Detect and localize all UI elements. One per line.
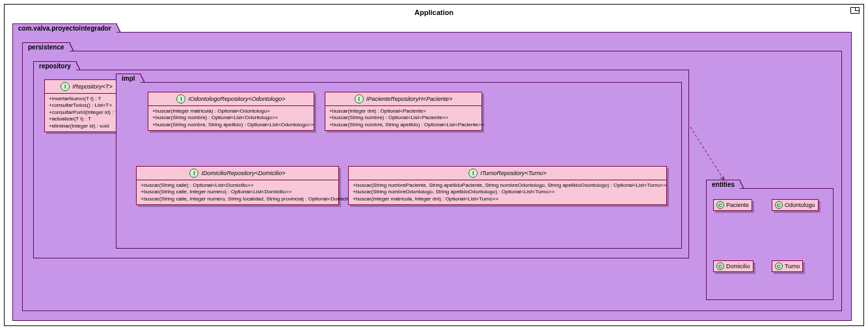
- package-root-label: com.valva.proyectointegrador: [12, 23, 117, 33]
- class-paciente: C Paciente: [713, 199, 752, 211]
- interface-icon: I: [468, 169, 478, 178]
- diagram-frame: Application com.valva.proyectointegrador…: [4, 4, 864, 326]
- interface-irepository-name: IRepository<T>: [72, 83, 113, 90]
- class-name: Odontologo: [785, 202, 815, 208]
- interface-body: +buscar(Integer matricula) : Optional<Od…: [148, 106, 314, 130]
- method: +buscar(String nombre, String apellido) …: [329, 122, 478, 128]
- method: +buscar(String nombrePaciente, String ap…: [353, 182, 662, 189]
- interface-icon: I: [355, 94, 364, 103]
- method: +buscar(String calle, Integer numero, St…: [141, 196, 334, 202]
- package-entities-label: entities: [706, 180, 740, 189]
- method: +buscar(String nombreOdontologo, String …: [353, 189, 662, 195]
- method: +buscar(String nombre) : Optional<List<P…: [329, 115, 478, 121]
- class-icon: C: [775, 262, 783, 270]
- interface-icon: I: [61, 82, 70, 91]
- package-root: com.valva.proyectointegrador persistence…: [12, 32, 852, 321]
- interface-name: IPacienteRepositoryH<Paciente>: [366, 96, 453, 102]
- interface-header: I IOdontologoRepository<Odontologo>: [148, 92, 314, 106]
- method: +buscar(String calle, Integer numero) : …: [141, 189, 334, 195]
- method: +buscar(Integer matricula, Integer dni) …: [353, 196, 662, 202]
- method: +insertarNuevo(T t) : T: [49, 96, 124, 102]
- class-name: Turno: [785, 263, 800, 269]
- package-repository-label: repository: [33, 61, 77, 70]
- interface-name: IOdontologoRepository<Odontologo>: [188, 96, 285, 102]
- package-repository: repository I IRepository<T> +insertarNue…: [33, 70, 689, 258]
- method: +buscar(String calle) : Optional<List<Do…: [141, 182, 334, 189]
- class-domicilio: C Domicilio: [713, 260, 753, 272]
- interface-idomiciliorepository: I IDomicilioRepository<Domicilio> +busca…: [136, 166, 339, 205]
- interface-header: I IPacienteRepositoryH<Paciente>: [325, 92, 481, 106]
- class-icon: C: [775, 201, 783, 209]
- diagram-title: Application: [5, 5, 863, 20]
- interface-icon: I: [189, 169, 198, 178]
- dependency-arrow: [686, 123, 739, 188]
- interface-ipacienterepository: I IPacienteRepositoryH<Paciente> +buscar…: [325, 92, 482, 131]
- method: +buscar(String nombre) : Optional<List<O…: [152, 115, 310, 121]
- interface-name: IDomicilioRepository<Domicilio>: [201, 170, 285, 176]
- method: +actualizar(T t) : T: [49, 116, 124, 122]
- interface-iturnorepository: I ITurnoRepository<Turno> +buscar(String…: [348, 166, 667, 205]
- method: +consultarTodos() : List<T>: [49, 102, 124, 109]
- interface-body: +buscar(Integer dni) : Optional<Paciente…: [325, 106, 481, 130]
- package-entities: entities C Paciente C Odontologo C Domic…: [706, 188, 834, 300]
- method: +buscar(Integer dni) : Optional<Paciente…: [329, 108, 478, 115]
- interface-body: +buscar(String nombrePaciente, String ap…: [349, 180, 666, 204]
- package-impl-label: impl: [116, 74, 141, 83]
- class-name: Paciente: [726, 202, 749, 208]
- method: +eliminar(Integer id) : void: [49, 123, 124, 130]
- package-persistence-label: persistence: [22, 42, 70, 51]
- class-odontologo: C Odontologo: [772, 199, 819, 211]
- package-persistence: persistence repository I IRepository<T> …: [22, 51, 842, 311]
- interface-iodontologorepository: I IOdontologoRepository<Odontologo> +bus…: [148, 92, 314, 131]
- method: +buscar(Integer matricula) : Optional<Od…: [152, 108, 310, 115]
- method: +consultarPorId(Integer id) : T: [49, 109, 124, 116]
- method: +buscar(String nombre, String apellido) …: [152, 122, 310, 128]
- interface-header: I IDomicilioRepository<Domicilio>: [137, 167, 338, 180]
- svg-line-0: [690, 127, 724, 180]
- class-icon: C: [716, 201, 724, 209]
- interface-icon: I: [176, 94, 185, 103]
- package-impl: impl I IOdontologoRepository<Odontologo>…: [116, 82, 682, 249]
- interface-body: +buscar(String calle) : Optional<List<Do…: [137, 180, 338, 204]
- class-icon: C: [716, 262, 724, 270]
- interface-name: ITurnoRepository<Turno>: [480, 170, 547, 176]
- diagram-marker-icon: [850, 7, 860, 14]
- interface-header: I ITurnoRepository<Turno>: [349, 167, 666, 180]
- class-name: Domicilio: [726, 263, 750, 269]
- class-turno: C Turno: [772, 260, 803, 272]
